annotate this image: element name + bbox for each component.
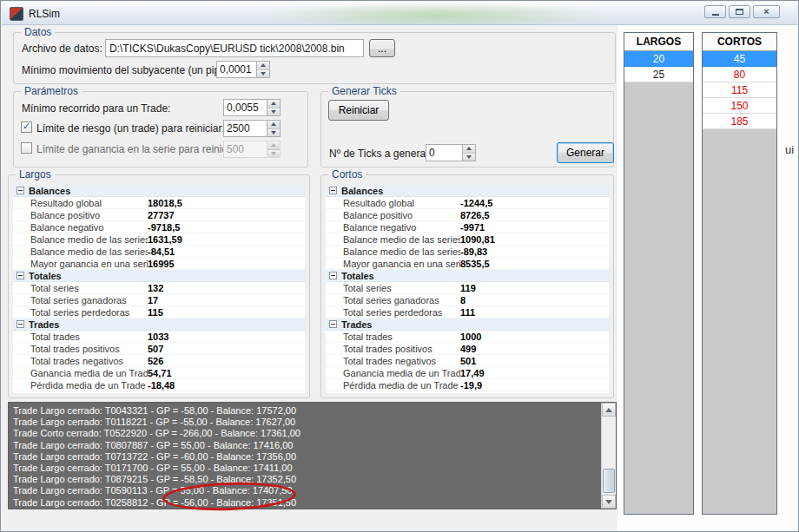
grid-row[interactable]: 20 <box>624 51 693 67</box>
reiniciar-button[interactable]: Reiniciar <box>328 100 389 121</box>
log-line[interactable]: Trade Largo cerrado: T0590113 - GP = 55,… <box>9 485 601 496</box>
log-line[interactable]: Trade Largo cerrado: T0713722 - GP = -60… <box>9 451 601 463</box>
grid-row[interactable]: 45 <box>703 51 776 67</box>
log-line[interactable]: Trade Largo cerrado: T0807887 - GP = 55,… <box>9 440 601 451</box>
recorrido-spinner[interactable]: 0,0055 <box>223 99 281 116</box>
stat-row[interactable]: Total trades positivos507 <box>13 343 305 355</box>
pipo-spinner[interactable]: 0,0001 <box>216 61 270 78</box>
log-line[interactable]: Trade Largo cerrado: T0043321 - GP = -58… <box>9 405 601 417</box>
maximize-button[interactable] <box>729 5 750 18</box>
riesgo-label: Límite de riesgo (un trade) para reinici… <box>36 122 225 135</box>
grid-row[interactable]: 185 <box>703 114 776 129</box>
stat-row[interactable]: Total trades positivos499 <box>326 343 609 355</box>
log-line[interactable]: Trade Largo cerrado: T0171700 - GP = 55,… <box>9 463 601 474</box>
stat-row[interactable]: Balance negativo-9971 <box>326 221 609 233</box>
stat-row[interactable]: Total trades negativos501 <box>326 355 609 367</box>
stat-category-row[interactable]: Totales <box>13 270 305 282</box>
scrollbar-thumb[interactable] <box>603 469 615 493</box>
stat-row[interactable]: Ganancia media de un Trade posit54,71 <box>13 367 305 379</box>
stat-row[interactable]: Resultado global18018,5 <box>13 197 305 209</box>
log-lines: Trade Largo cerrado: T0043321 - GP = -58… <box>9 405 601 509</box>
stat-row[interactable]: Total series132 <box>13 282 305 294</box>
stat-row[interactable]: Balance medio de las series ganad1090,81 <box>326 233 609 246</box>
stat-value: 119 <box>460 283 476 293</box>
grid-row[interactable]: 150 <box>703 98 776 114</box>
largos-grid-header[interactable]: LARGOS <box>624 33 693 51</box>
stat-row[interactable]: Total trades negativos526 <box>13 355 305 367</box>
stat-category-row[interactable]: Balances <box>13 185 305 197</box>
stat-row[interactable]: Balance negativo-9718,5 <box>13 221 305 233</box>
stat-row[interactable]: Total series ganadoras17 <box>13 294 305 306</box>
collapse-minus-icon[interactable] <box>17 272 24 279</box>
cortos-side-grid[interactable]: CORTOS 4580115150185 <box>702 32 777 515</box>
ganancia-value: 500 <box>224 141 267 157</box>
stat-category-row[interactable]: Trades <box>326 319 609 331</box>
ganancia-checkbox[interactable] <box>21 142 32 154</box>
largos-stats-grid[interactable]: BalancesResultado global18018,5Balance p… <box>13 185 305 393</box>
maximize-icon <box>736 9 743 15</box>
stat-category-row[interactable]: Totales <box>326 270 609 282</box>
stat-category-row[interactable]: Trades <box>13 319 305 331</box>
collapse-minus-icon[interactable] <box>329 272 337 279</box>
stat-row[interactable]: Total trades1033 <box>13 331 305 343</box>
collapse-minus-icon[interactable] <box>17 320 24 328</box>
scroll-down-button[interactable] <box>602 495 616 509</box>
stat-row[interactable]: Pérdida media de un Trade negativ-19,9 <box>326 379 609 391</box>
spin-up-button[interactable] <box>267 121 280 129</box>
stat-label: Resultado global <box>13 198 148 208</box>
grid-row[interactable]: 80 <box>703 67 776 82</box>
spin-up-button[interactable] <box>257 62 269 70</box>
spin-up-button[interactable] <box>463 145 475 154</box>
stat-category-row[interactable]: Balances <box>326 185 609 197</box>
grid-row[interactable]: 115 <box>703 82 776 98</box>
collapse-minus-icon[interactable] <box>17 187 24 194</box>
close-button[interactable]: × <box>753 5 780 18</box>
spin-down-button[interactable] <box>267 129 280 137</box>
spin-up-button[interactable] <box>267 100 280 108</box>
archivo-input[interactable]: D:\TICKS\DukasCopy\EURUSD tick\2008\2008… <box>105 39 364 57</box>
stat-row[interactable]: Resultado global-1244,5 <box>326 197 609 209</box>
riesgo-checkbox[interactable]: ✓ <box>21 122 32 133</box>
stat-label: Total series perdedoras <box>13 307 148 318</box>
log-scrollbar[interactable] <box>601 403 616 509</box>
up-arrow-icon <box>605 408 612 412</box>
stat-row[interactable]: Balance medio de las series ganad1631,59 <box>13 233 305 246</box>
stat-row[interactable]: Total series perdedoras115 <box>13 306 305 319</box>
grid-row[interactable]: 25 <box>624 67 693 82</box>
generar-button[interactable]: Generar <box>557 142 614 163</box>
stat-row[interactable]: Total trades1000 <box>326 331 609 343</box>
stat-row[interactable]: Ganancia media de un Trade posit17,49 <box>326 367 609 379</box>
cortos-grid-header[interactable]: CORTOS <box>703 33 776 51</box>
up-arrow-icon <box>271 122 276 126</box>
largos-side-grid[interactable]: LARGOS 2025 <box>624 32 694 515</box>
spin-down-button[interactable] <box>267 108 280 116</box>
stat-row[interactable]: Balance medio de las series perde-84,51 <box>13 246 305 258</box>
collapse-minus-icon[interactable] <box>329 187 337 194</box>
riesgo-spinner[interactable]: 2500 <box>223 120 281 137</box>
ticks-spinner[interactable]: 0 <box>426 144 476 161</box>
spin-down-button[interactable] <box>463 154 475 161</box>
collapse-minus-icon[interactable] <box>329 320 337 328</box>
stat-row[interactable]: Balance positivo27737 <box>13 209 305 221</box>
stat-value: -84,51 <box>148 246 175 257</box>
stat-row[interactable]: Total series119 <box>326 282 609 294</box>
stat-row[interactable]: Total series perdedoras111 <box>326 306 609 319</box>
browse-button[interactable]: ... <box>369 39 395 57</box>
stat-row[interactable]: Balance medio de las series perde-89,83 <box>326 246 609 258</box>
title-bar[interactable]: RLSim × <box>2 2 797 25</box>
log-line[interactable]: Trade Largo cerrado: T0118221 - GP = -55… <box>9 417 601 428</box>
cortos-grid-rows: 4580115150185 <box>703 51 776 129</box>
stat-row[interactable]: Balance positivo8726,5 <box>326 209 609 221</box>
stat-row[interactable]: Pérdida media de un Trade negativ-18,48 <box>13 379 305 391</box>
log-line[interactable]: Trade Largo cerrado: T0879215 - GP = -58… <box>9 474 601 485</box>
trade-log-listbox[interactable]: Trade Largo cerrado: T0043321 - GP = -58… <box>8 402 617 509</box>
minimize-button[interactable] <box>704 5 726 18</box>
cortos-stats-grid[interactable]: BalancesResultado global-1244,5Balance p… <box>326 185 609 393</box>
scroll-up-button[interactable] <box>602 403 616 417</box>
stat-row[interactable]: Mayor ganancia en una serie8535,5 <box>326 258 609 270</box>
stat-row[interactable]: Total series ganadoras8 <box>326 294 609 306</box>
log-line[interactable]: Trade Corto cerrado: T0522920 - GP = -26… <box>9 428 601 439</box>
spin-down-button[interactable] <box>257 70 269 78</box>
stat-row[interactable]: Mayor ganancia en una serie16995 <box>13 258 305 270</box>
log-line[interactable]: Trade Largo cerrado: T0258812 - GP = -56… <box>9 497 601 509</box>
